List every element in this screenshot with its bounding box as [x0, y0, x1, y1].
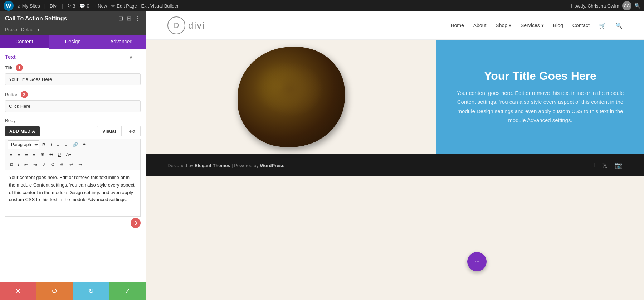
- floating-action-button[interactable]: ···: [467, 252, 487, 271]
- my-sites-link[interactable]: ⌂ My Sites: [18, 3, 40, 9]
- button-label: Button 2: [5, 91, 141, 98]
- italic-button[interactable]: I: [48, 141, 54, 149]
- instagram-icon[interactable]: 📷: [615, 161, 623, 169]
- site-footer: Designed by Elegant Themes | Powered by …: [146, 154, 644, 176]
- cancel-button[interactable]: ✕: [0, 282, 36, 300]
- toolbar-row-2: ≡ ≡ ≡ ≡ ⊞ S U A▾: [8, 150, 138, 159]
- tab-content[interactable]: Content: [0, 35, 49, 49]
- nav-blog[interactable]: Blog: [553, 23, 563, 28]
- font-color-button[interactable]: A▾: [64, 150, 74, 159]
- panel-header-icons: ⊡ ⊟ ⋮: [118, 15, 141, 22]
- toolbar-row-3: ⧉ I ⇤ ⇥ ⤢ Ω ☺ ↩ ↪: [8, 160, 138, 169]
- paragraph-select[interactable]: Paragraph Heading 1 Heading 2: [8, 140, 39, 149]
- fullscreen-button[interactable]: ⤢: [40, 160, 48, 169]
- nav-about[interactable]: About: [473, 23, 487, 28]
- editor-toolbar: Paragraph Heading 1 Heading 2 B I ≡ ≡ 🔗 …: [5, 139, 141, 170]
- resize-icon[interactable]: ⊡: [118, 15, 123, 22]
- italic2-button[interactable]: I: [16, 160, 21, 169]
- new-link[interactable]: + New: [94, 3, 107, 9]
- hero-section: Your Title Goes Here Your content goes h…: [146, 40, 644, 154]
- section-icons: ∧ ⋮: [129, 54, 141, 60]
- wp-logo-icon[interactable]: W: [4, 1, 14, 11]
- nav-contact[interactable]: Contact: [572, 23, 590, 28]
- cta-title: Your Title Goes Here: [484, 69, 596, 83]
- nav-shop[interactable]: Shop ▾: [496, 23, 511, 28]
- search-icon[interactable]: 🔍: [634, 3, 640, 9]
- undo-action-button[interactable]: ↺: [36, 282, 73, 300]
- redo-action-button[interactable]: ↻: [73, 282, 109, 300]
- save-button[interactable]: ✓: [109, 282, 146, 300]
- edit-page-link[interactable]: ✏ Edit Page: [111, 3, 137, 9]
- columns-icon[interactable]: ⊟: [127, 15, 131, 22]
- align-justify-button[interactable]: ≡: [31, 150, 38, 159]
- special-chars-button[interactable]: Ω: [49, 160, 57, 169]
- add-media-button[interactable]: ADD MEDIA: [5, 126, 40, 136]
- site-logo: D divi: [167, 16, 205, 34]
- title-input[interactable]: [5, 73, 141, 85]
- body-badge: 3: [131, 218, 141, 228]
- panel-tabs: Content Design Advanced: [0, 35, 146, 49]
- sync-icon[interactable]: ↻ 3: [67, 3, 75, 9]
- logo-icon: D: [167, 16, 185, 34]
- tab-advanced[interactable]: Advanced: [97, 35, 146, 49]
- body-section: Body ADD MEDIA Visual Text Paragraph Hea…: [5, 118, 141, 228]
- page-content: Your Title Goes Here Your content goes h…: [146, 40, 644, 300]
- bold-button[interactable]: B: [40, 141, 48, 149]
- button-field-group: Button 2: [5, 91, 141, 112]
- panel-header: Call To Action Settings ⊡ ⊟ ⋮: [0, 11, 146, 25]
- panel-title: Call To Action Settings: [5, 15, 67, 22]
- site-header: D divi Home About Shop ▾ Services ▾ Blog…: [146, 11, 644, 40]
- emoji-button[interactable]: ☺: [57, 160, 66, 169]
- underline-button[interactable]: U: [55, 150, 63, 159]
- bread-image: [238, 47, 345, 147]
- facebook-icon[interactable]: f: [593, 161, 595, 169]
- blockquote-button[interactable]: ❝: [81, 141, 88, 149]
- search-icon[interactable]: 🔍: [615, 22, 623, 29]
- ordered-list-button[interactable]: ≡: [63, 141, 70, 149]
- outdent-button[interactable]: ⇤: [22, 160, 30, 169]
- title-field-group: Title 1: [5, 64, 141, 85]
- nav-services[interactable]: Services ▾: [521, 23, 544, 28]
- exit-builder-link[interactable]: Exit Visual Builder: [141, 3, 179, 9]
- redo-button[interactable]: ↪: [76, 160, 84, 169]
- footer-text: Designed by Elegant Themes | Powered by …: [167, 163, 284, 168]
- tab-design[interactable]: Design: [49, 35, 97, 49]
- text-tab[interactable]: Text: [121, 126, 141, 136]
- panel-content: Text ∧ ⋮ Title 1 Button 2: [0, 49, 146, 282]
- editor-toolbar-top: ADD MEDIA Visual Text: [5, 126, 141, 136]
- link-button[interactable]: 🔗: [70, 141, 80, 149]
- section-more-icon[interactable]: ⋮: [136, 54, 141, 60]
- cta-box: Your Title Goes Here Your content goes h…: [436, 40, 644, 154]
- settings-panel: Call To Action Settings ⊡ ⊟ ⋮ Preset: De…: [0, 11, 146, 300]
- unordered-list-button[interactable]: ≡: [55, 141, 62, 149]
- text-section-title: Text: [5, 54, 16, 60]
- align-left-button[interactable]: ≡: [8, 150, 15, 159]
- button-input[interactable]: [5, 100, 141, 112]
- collapse-icon[interactable]: ∧: [129, 54, 133, 60]
- body-editor[interactable]: Your content goes here. Edit or remove t…: [5, 170, 141, 217]
- footer-social-icons: f 𝕏 📷: [593, 161, 623, 169]
- cart-icon[interactable]: 🛒: [599, 22, 606, 29]
- body-label: Body: [5, 118, 141, 123]
- hero-image-area: [146, 40, 436, 154]
- paste-button[interactable]: ⧉: [8, 160, 15, 169]
- cta-body: Your content goes here. Edit or remove t…: [451, 88, 630, 125]
- visual-tab[interactable]: Visual: [97, 126, 121, 136]
- indent-button[interactable]: ⇥: [31, 160, 39, 169]
- nav-home[interactable]: Home: [450, 23, 464, 28]
- strikethrough-button[interactable]: S: [47, 150, 55, 159]
- avatar: CG: [622, 1, 631, 10]
- twitter-icon[interactable]: 𝕏: [602, 161, 608, 169]
- comments-icon[interactable]: 💬 0: [79, 3, 89, 9]
- title-label: Title 1: [5, 64, 141, 71]
- preview-area: D divi Home About Shop ▾ Services ▾ Blog…: [146, 11, 644, 300]
- preset-selector[interactable]: Preset: Default ▾: [0, 25, 146, 35]
- align-right-button[interactable]: ≡: [23, 150, 30, 159]
- undo-button[interactable]: ↩: [67, 160, 75, 169]
- align-center-button[interactable]: ≡: [15, 150, 23, 159]
- divi-link[interactable]: Divi: [50, 3, 58, 9]
- button-badge: 2: [21, 91, 28, 98]
- more-options-icon[interactable]: ⋮: [135, 15, 141, 22]
- table-button[interactable]: ⊞: [38, 150, 47, 159]
- site-nav: Home About Shop ▾ Services ▾ Blog Contac…: [450, 22, 623, 29]
